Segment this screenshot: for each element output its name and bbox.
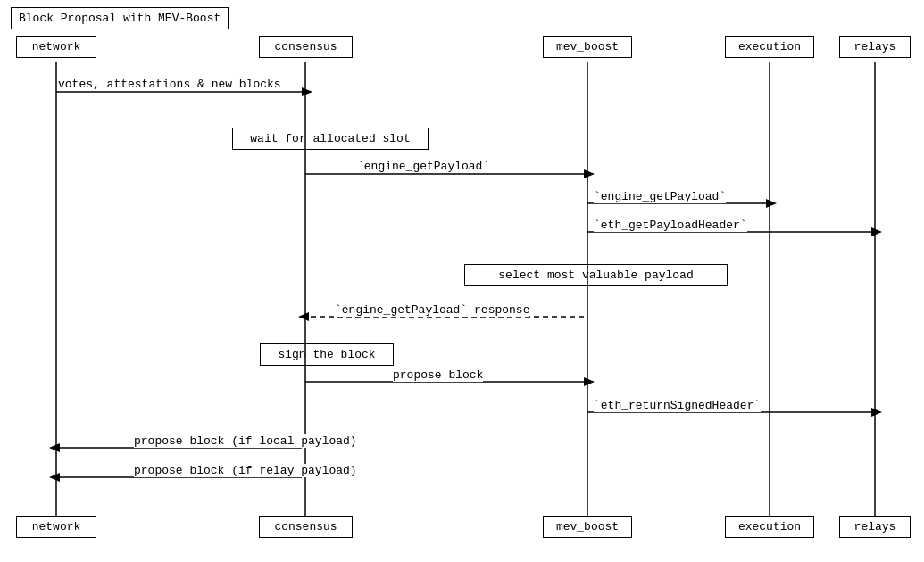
actor-execution-top: execution <box>725 36 814 58</box>
svg-marker-8 <box>584 169 595 178</box>
actor-execution-bottom: execution <box>725 516 814 538</box>
actor-relays-bottom: relays <box>839 516 911 538</box>
label-eth-returnsignedheader: `eth_returnSignedHeader` <box>594 399 761 412</box>
sign-block-box: sign the block <box>260 343 394 366</box>
sequence-diagram: Block Proposal with MEV-Boost network co… <box>0 0 924 562</box>
svg-marker-20 <box>49 443 60 452</box>
label-propose-relay: propose block (if relay payload) <box>134 464 357 477</box>
diagram-title: Block Proposal with MEV-Boost <box>11 7 229 29</box>
label-engine-response: `engine_getPayload` response <box>335 303 529 317</box>
actor-network-top: network <box>16 36 96 58</box>
svg-marker-6 <box>302 87 312 96</box>
svg-marker-22 <box>49 473 60 482</box>
actor-network-bottom: network <box>16 516 96 538</box>
svg-marker-18 <box>871 408 882 417</box>
label-propose-local: propose block (if local payload) <box>134 434 357 448</box>
label-propose-block: propose block <box>393 368 483 382</box>
label-eth-getpayloadheader: `eth_getPayloadHeader` <box>594 219 747 232</box>
svg-marker-12 <box>871 227 882 236</box>
actor-mevboost-bottom: mev_boost <box>543 516 632 538</box>
label-engine-getpayload-1: `engine_getPayload` <box>357 160 489 173</box>
actor-relays-top: relays <box>839 36 911 58</box>
actor-consensus-bottom: consensus <box>259 516 353 538</box>
actor-mevboost-top: mev_boost <box>543 36 632 58</box>
select-payload-box: select most valuable payload <box>464 264 728 286</box>
label-votes: votes, attestations & new blocks <box>58 78 281 91</box>
label-engine-getpayload-2: `engine_getPayload` <box>594 190 726 203</box>
wait-slot-box: wait for allocated slot <box>232 128 429 150</box>
actor-consensus-top: consensus <box>259 36 353 58</box>
svg-marker-14 <box>298 312 309 321</box>
svg-marker-10 <box>766 199 777 208</box>
svg-marker-16 <box>584 377 595 386</box>
